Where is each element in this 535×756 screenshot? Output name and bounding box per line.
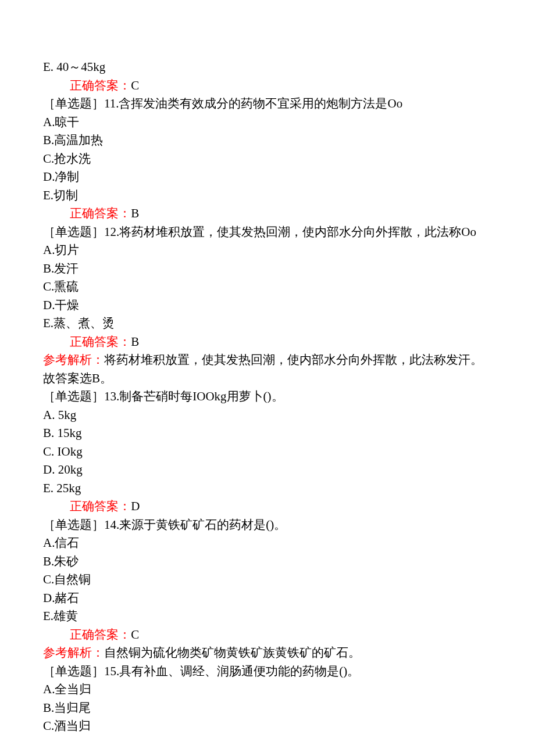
q12-answer-line: 正确答案：B: [43, 333, 492, 352]
answer-label: 正确答案：: [70, 628, 131, 642]
q12-answer: B: [131, 335, 139, 349]
q11-option-c: C.抢水洗: [43, 150, 492, 169]
q14-stem: ［单选题］14.来源于黄铁矿矿石的药材是()。: [43, 516, 492, 535]
q12-option-e: E.蒸、煮、烫: [43, 314, 492, 333]
q14-analysis-text: 自然铜为硫化物类矿物黄铁矿族黄铁矿的矿石。: [104, 646, 361, 660]
q11-option-e: E.切制: [43, 187, 492, 205]
q11-option-b: B.高温加热: [43, 131, 492, 150]
answer-label: 正确答案：: [70, 499, 131, 513]
q11-stem: ［单选题］11.含挥发油类有效成分的药物不宜采用的炮制方法是Oo: [43, 95, 492, 113]
q11-answer: B: [131, 206, 139, 220]
q14-option-b: B.朱砂: [43, 553, 492, 571]
q14-answer-line: 正确答案：C: [43, 626, 492, 644]
q11-option-a: A.晾干: [43, 113, 492, 132]
q13-stem: ［单选题］13.制备芒硝时每IOOkg用萝卜()。: [43, 388, 492, 406]
q15-stem: ［单选题］15.具有补血、调经、润肠通便功能的药物是()。: [43, 662, 492, 681]
answer-label: 正确答案：: [70, 206, 131, 220]
q12-analysis-line: 参考解析：将药材堆积放置，使其发热回潮，使内部水分向外挥散，此法称发汗。故答案选…: [43, 351, 492, 388]
q10-answer: C: [131, 78, 139, 92]
q15-option-b: B.当归尾: [43, 699, 492, 718]
q13-answer: D: [131, 499, 140, 513]
answer-label: 正确答案：: [70, 78, 131, 92]
q12-option-d: D.干燥: [43, 296, 492, 315]
q10-answer-line: 正确答案：C: [43, 77, 492, 95]
q14-option-e: E.雄黄: [43, 607, 492, 626]
q12-stem: ［单选题］12.将药材堆积放置，使其发热回潮，使内部水分向外挥散，此法称Oo: [43, 223, 492, 242]
q13-answer-line: 正确答案：D: [43, 497, 492, 516]
q11-option-d: D.净制: [43, 168, 492, 187]
answer-label: 正确答案：: [70, 335, 131, 349]
q14-option-d: D.赭石: [43, 589, 492, 608]
q12-analysis-text: 将药材堆积放置，使其发热回潮，使内部水分向外挥散，此法称发汗。故答案选B。: [43, 353, 483, 385]
q10-option-e: E. 40～45kg: [43, 58, 492, 77]
q12-option-a: A.切片: [43, 241, 492, 260]
q13-option-b: B. 15kg: [43, 424, 492, 443]
q11-answer-line: 正确答案：B: [43, 205, 492, 223]
document-page: E. 40～45kg 正确答案：C ［单选题］11.含挥发油类有效成分的药物不宜…: [0, 0, 535, 756]
q13-option-c: C. IOkg: [43, 443, 492, 461]
q14-option-a: A.信石: [43, 534, 492, 553]
q12-option-c: C.熏硫: [43, 278, 492, 296]
q15-option-c: C.酒当归: [43, 717, 492, 736]
q14-answer: C: [131, 628, 139, 642]
q12-option-b: B.发汗: [43, 260, 492, 278]
q13-option-e: E. 25kg: [43, 479, 492, 498]
q14-analysis-line: 参考解析：自然铜为硫化物类矿物黄铁矿族黄铁矿的矿石。: [43, 644, 492, 662]
analysis-label: 参考解析：: [43, 353, 104, 367]
q14-option-c: C.自然铜: [43, 571, 492, 589]
analysis-label: 参考解析：: [43, 646, 104, 660]
q13-option-d: D. 20kg: [43, 461, 492, 479]
q15-option-a: A.全当归: [43, 680, 492, 699]
q13-option-a: A. 5kg: [43, 406, 492, 425]
